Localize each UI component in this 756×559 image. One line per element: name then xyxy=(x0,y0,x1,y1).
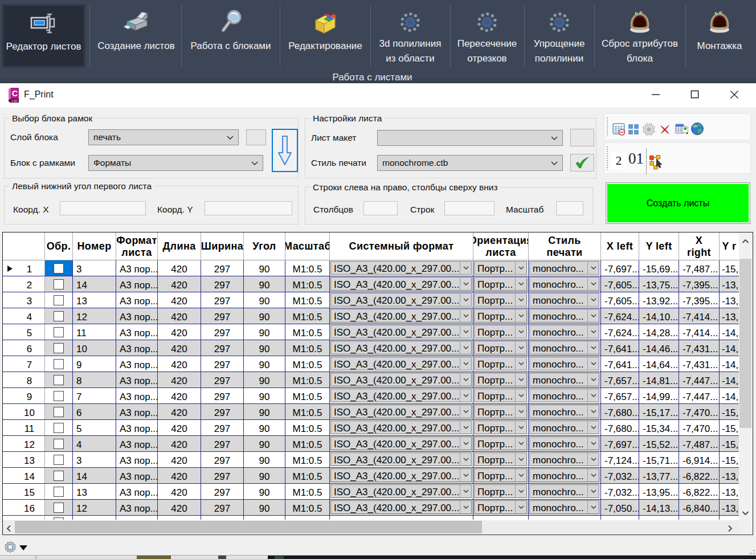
svg-text:C: C xyxy=(12,89,18,98)
svg-text:C3D: C3D xyxy=(11,99,18,103)
